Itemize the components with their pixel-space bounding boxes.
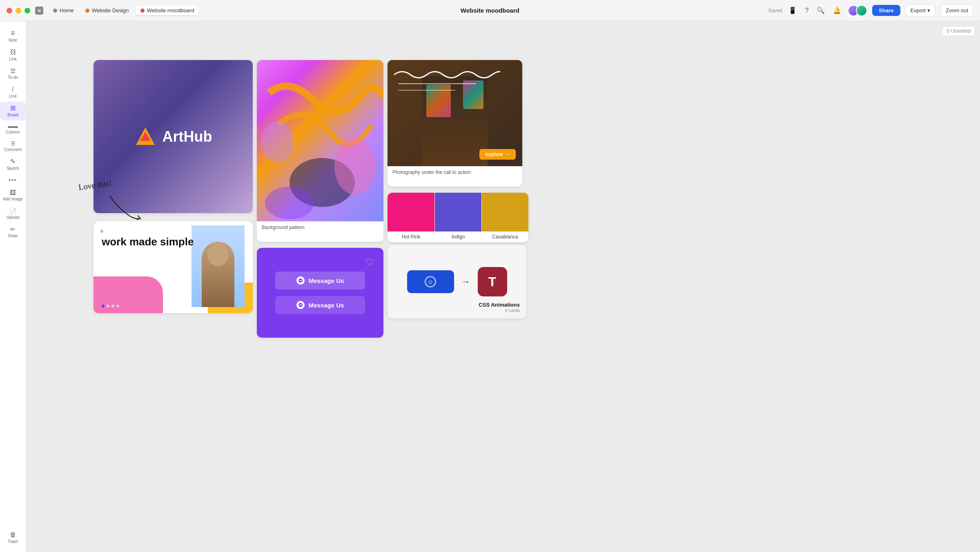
window-controls: [7, 8, 30, 13]
search-icon[interactable]: 🔍: [815, 5, 826, 16]
avatar-group: [848, 5, 867, 16]
sidebar-item-comment[interactable]: ☰ Comment: [0, 138, 26, 155]
app-icon: M: [35, 7, 43, 15]
photography-card[interactable]: explore → Photography under the call to …: [388, 60, 522, 187]
sidebar-item-sketch[interactable]: ✎ Sketch: [0, 155, 26, 174]
draw-icon: ✏: [10, 226, 16, 232]
smiley-icon: ☺: [425, 276, 436, 287]
sidebar-item-more[interactable]: •••: [0, 174, 26, 186]
hamburger-icon: ≡: [100, 228, 103, 234]
photo-cta-btn[interactable]: explore →: [479, 149, 516, 160]
sidebar-item-line[interactable]: / Line: [0, 83, 26, 102]
message-us-button-1[interactable]: Message Us: [275, 272, 365, 289]
device-icon[interactable]: 📱: [787, 5, 798, 16]
css-animations-label: CSS Animations 0 cards: [479, 302, 520, 313]
heart-doodle: ♡: [365, 257, 374, 268]
todo-icon: ☰: [10, 68, 16, 74]
saved-status: Saved: [768, 8, 782, 13]
note-icon: ≡: [11, 29, 15, 37]
sidebar-item-todo[interactable]: ☰ To-do: [0, 65, 26, 83]
avatar-2: [856, 5, 867, 16]
bg-pattern-label: Background pattern: [257, 221, 383, 234]
line-icon: /: [12, 86, 13, 93]
sidebar-item-board[interactable]: ⊞ Board: [0, 102, 26, 120]
sidebar-item-link[interactable]: ⛓ Link: [0, 46, 26, 65]
bg-pattern-image: [257, 60, 383, 221]
comment-icon: ☰: [11, 141, 16, 146]
message-us-button-2[interactable]: Message Us: [275, 296, 365, 314]
messenger-icon-1: [296, 276, 305, 285]
export-button[interactable]: Export ▾: [905, 4, 936, 16]
swatch-row: Hot Pink Indigo Casablanca: [388, 193, 528, 242]
canvas[interactable]: 0 Unsorted ArtHub: [26, 21, 980, 552]
bg-pattern-card[interactable]: Background pattern: [257, 60, 383, 242]
arthub-card[interactable]: ArtHub: [94, 60, 253, 213]
swatch-casablanca: Casablanca: [481, 193, 528, 242]
zoom-out-button[interactable]: Zoom out: [940, 4, 973, 16]
trash-icon: 🗑: [10, 532, 16, 538]
arthub-logo-icon: [134, 125, 157, 148]
title-bar: M Home Website Design Website moodboard …: [0, 0, 980, 21]
tab-website-design[interactable]: Website Design: [80, 6, 134, 15]
work-dots: [102, 305, 119, 307]
messenger-icon-2: [296, 301, 305, 309]
sidebar-item-note[interactable]: ≡ Note: [0, 26, 26, 46]
column-icon: ▬▬: [8, 124, 18, 129]
squiggle-svg: [394, 67, 500, 99]
title-right: Saved 📱 ? 🔍 🔔 Share Export ▾ Zoom out: [768, 4, 973, 16]
photography-image: explore →: [388, 60, 522, 166]
tab-website-moodboard[interactable]: Website moodboard: [136, 6, 199, 15]
svg-point-5: [261, 121, 294, 162]
upload-icon: 📄: [9, 208, 17, 214]
unsorted-badge: 0 Unsorted: [942, 26, 975, 36]
svg-point-3: [265, 187, 314, 219]
link-icon: ⛓: [10, 49, 16, 56]
notification-icon[interactable]: 🔔: [831, 5, 843, 16]
sidebar-item-trash[interactable]: 🗑 Trash: [0, 528, 26, 547]
sidebar-item-upload[interactable]: 📄 Upload: [0, 205, 26, 223]
swatch-hot-pink: Hot Pink: [388, 193, 434, 242]
more-icon: •••: [9, 177, 17, 183]
app-body: ≡ Note ⛓ Link ☰ To-do / Line ⊞ Board ▬▬ …: [0, 21, 980, 552]
blue-button-preview: ☺: [407, 270, 454, 293]
board-icon: ⊞: [10, 105, 16, 111]
arrow-icon: →: [461, 276, 470, 287]
work-text: work made simple: [102, 236, 194, 248]
svg-point-4: [334, 138, 375, 195]
share-button[interactable]: Share: [872, 5, 900, 16]
work-card[interactable]: ≡ work made simple: [94, 221, 253, 313]
tabs: Home Website Design Website moodboard: [48, 6, 199, 15]
page-title: Website moodboard: [461, 7, 519, 14]
pattern-svg: [257, 60, 383, 221]
maximize-button[interactable]: [24, 8, 30, 13]
sidebar-item-column[interactable]: ▬▬ Column: [0, 120, 26, 138]
css-animations-card[interactable]: ☺ → T CSS Animations 0 cards: [388, 245, 526, 318]
sidebar-item-add-image[interactable]: 🖼 Add Image: [0, 186, 26, 205]
add-image-icon: 🖼: [10, 189, 16, 196]
close-button[interactable]: [7, 8, 12, 13]
help-icon[interactable]: ?: [803, 5, 810, 16]
photography-label: Photography under the call to action: [388, 166, 522, 178]
sidebar: ≡ Note ⛓ Link ☰ To-do / Line ⊞ Board ▬▬ …: [0, 21, 26, 552]
minimize-button[interactable]: [16, 8, 21, 13]
sidebar-item-draw[interactable]: ✏ Draw: [0, 223, 26, 241]
tab-home[interactable]: Home: [48, 6, 79, 15]
swatch-indigo: Indigo: [434, 193, 481, 242]
t-icon: T: [478, 267, 507, 296]
sketch-icon: ✎: [10, 158, 16, 165]
arthub-title: ArtHub: [163, 128, 212, 145]
message-card[interactable]: ♡ Message Us Message Us: [257, 248, 383, 338]
